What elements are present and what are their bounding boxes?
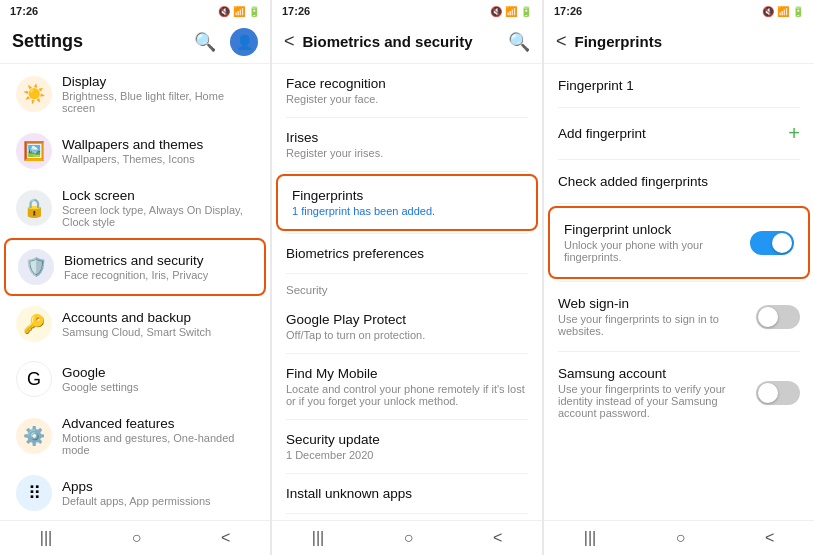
status-time-1: 17:26 bbox=[10, 5, 38, 17]
nav-back-2[interactable]: < bbox=[493, 529, 502, 547]
status-bar-1: 17:26 🔇 📶 🔋 bbox=[0, 0, 270, 20]
google-title: Google bbox=[62, 365, 254, 380]
nav-recent-1[interactable]: ||| bbox=[40, 529, 52, 547]
fp-item-websignin[interactable]: Web sign-in Use your fingerprints to sig… bbox=[544, 282, 814, 351]
fingerprint-unlock-toggle[interactable] bbox=[750, 231, 794, 255]
nav-home-2[interactable]: ○ bbox=[404, 529, 414, 547]
settings-item-wallpapers[interactable]: 🖼️ Wallpapers and themes Wallpapers, The… bbox=[4, 124, 266, 178]
status-icons-2: 🔇 📶 🔋 bbox=[490, 6, 532, 17]
bio-item-install-unknown[interactable]: Install unknown apps bbox=[272, 474, 542, 513]
status-bar-2: 17:26 🔇 📶 🔋 bbox=[272, 0, 542, 20]
nav-back-1[interactable]: < bbox=[221, 529, 230, 547]
settings-item-accounts[interactable]: 🔑 Accounts and backup Samsung Cloud, Sma… bbox=[4, 297, 266, 351]
nav-back-3[interactable]: < bbox=[765, 529, 774, 547]
nav-recent-2[interactable]: ||| bbox=[312, 529, 324, 547]
accounts-icon: 🔑 bbox=[16, 306, 52, 342]
settings-item-lockscreen[interactable]: 🔒 Lock screen Screen lock type, Always O… bbox=[4, 179, 266, 237]
google-subtitle: Google settings bbox=[62, 381, 254, 393]
apps-title: Apps bbox=[62, 479, 254, 494]
apps-subtitle: Default apps, App permissions bbox=[62, 495, 254, 507]
fingerprints-list: Fingerprint 1 Add fingerprint + Check ad… bbox=[544, 64, 814, 520]
divider-fp3 bbox=[558, 203, 800, 204]
advanced-title: Advanced features bbox=[62, 416, 254, 431]
status-time-2: 17:26 bbox=[282, 5, 310, 17]
biometrics-list: Face recognition Register your face. Iri… bbox=[272, 64, 542, 520]
bio-item-face[interactable]: Face recognition Register your face. bbox=[272, 64, 542, 117]
back-button-2[interactable]: < bbox=[284, 31, 295, 52]
samsung-account-toggle[interactable] bbox=[756, 381, 800, 405]
biometrics-icon: 🛡️ bbox=[18, 249, 54, 285]
toggle-knob-websignin bbox=[758, 307, 778, 327]
fingerprints-header-title: Fingerprints bbox=[575, 33, 802, 50]
settings-item-advanced[interactable]: ⚙️ Advanced features Motions and gesture… bbox=[4, 407, 266, 465]
settings-title: Settings bbox=[12, 31, 194, 52]
panel-settings: 17:26 🔇 📶 🔋 Settings 🔍 👤 ☀️ Display Brig… bbox=[0, 0, 270, 555]
nav-home-3[interactable]: ○ bbox=[676, 529, 686, 547]
display-icon: ☀️ bbox=[16, 76, 52, 112]
back-button-3[interactable]: < bbox=[556, 31, 567, 52]
wallpapers-title: Wallpapers and themes bbox=[62, 137, 254, 152]
biometrics-title: Biometrics and security bbox=[64, 253, 252, 268]
status-icons-3: 🔇 📶 🔋 bbox=[762, 6, 804, 17]
settings-item-google[interactable]: G Google Google settings bbox=[4, 352, 266, 406]
lockscreen-subtitle: Screen lock type, Always On Display, Clo… bbox=[62, 204, 254, 228]
biometrics-search-icon[interactable]: 🔍 bbox=[508, 31, 530, 53]
google-icon: G bbox=[16, 361, 52, 397]
fp-item-add[interactable]: Add fingerprint + bbox=[544, 108, 814, 159]
settings-header: Settings 🔍 👤 bbox=[0, 20, 270, 64]
section-label-security: Security bbox=[272, 274, 542, 300]
panel-biometrics: 17:26 🔇 📶 🔋 < Biometrics and security 🔍 … bbox=[272, 0, 542, 555]
fingerprints-header: < Fingerprints bbox=[544, 20, 814, 64]
lockscreen-title: Lock screen bbox=[62, 188, 254, 203]
settings-item-display[interactable]: ☀️ Display Brightness, Blue light filter… bbox=[4, 65, 266, 123]
toggle-knob-samsung bbox=[758, 383, 778, 403]
divider-2 bbox=[286, 171, 528, 172]
header-icons: 🔍 👤 bbox=[194, 28, 258, 56]
status-time-3: 17:26 bbox=[554, 5, 582, 17]
panel-fingerprints: 17:26 🔇 📶 🔋 < Fingerprints Fingerprint 1… bbox=[544, 0, 814, 555]
biometrics-subtitle: Face recognition, Iris, Privacy bbox=[64, 269, 252, 281]
user-avatar[interactable]: 👤 bbox=[230, 28, 258, 56]
nav-bar-1: ||| ○ < bbox=[0, 520, 270, 555]
status-bar-3: 17:26 🔇 📶 🔋 bbox=[544, 0, 814, 20]
nav-bar-2: ||| ○ < bbox=[272, 520, 542, 555]
add-fingerprint-icon[interactable]: + bbox=[788, 122, 800, 145]
display-subtitle: Brightness, Blue light filter, Home scre… bbox=[62, 90, 254, 114]
bio-item-security-update[interactable]: Security update 1 December 2020 bbox=[272, 420, 542, 473]
web-signin-toggle[interactable] bbox=[756, 305, 800, 329]
bio-item-irises[interactable]: Irises Register your irises. bbox=[272, 118, 542, 171]
bio-item-fingerprints[interactable]: Fingerprints 1 fingerprint has been adde… bbox=[276, 174, 538, 231]
accounts-title: Accounts and backup bbox=[62, 310, 254, 325]
nav-home-1[interactable]: ○ bbox=[132, 529, 142, 547]
fp-item-check[interactable]: Check added fingerprints bbox=[544, 160, 814, 203]
bio-item-gpp[interactable]: Google Play Protect Off/Tap to turn on p… bbox=[272, 300, 542, 353]
settings-item-biometrics[interactable]: 🛡️ Biometrics and security Face recognit… bbox=[4, 238, 266, 296]
display-title: Display bbox=[62, 74, 254, 89]
lockscreen-icon: 🔒 bbox=[16, 190, 52, 226]
toggle-knob-unlock bbox=[772, 233, 792, 253]
settings-item-apps[interactable]: ⠿ Apps Default apps, App permissions bbox=[4, 466, 266, 520]
wallpapers-subtitle: Wallpapers, Themes, Icons bbox=[62, 153, 254, 165]
biometrics-header-title: Biometrics and security bbox=[303, 33, 508, 50]
fp-item-unlock[interactable]: Fingerprint unlock Unlock your phone wit… bbox=[548, 206, 810, 279]
settings-list: ☀️ Display Brightness, Blue light filter… bbox=[0, 64, 270, 520]
fp-item-fp1[interactable]: Fingerprint 1 bbox=[544, 64, 814, 107]
nav-bar-3: ||| ○ < bbox=[544, 520, 814, 555]
wallpapers-icon: 🖼️ bbox=[16, 133, 52, 169]
advanced-icon: ⚙️ bbox=[16, 418, 52, 454]
fp-item-samsung[interactable]: Samsung account Use your fingerprints to… bbox=[544, 352, 814, 433]
search-icon[interactable]: 🔍 bbox=[194, 31, 216, 53]
apps-icon: ⠿ bbox=[16, 475, 52, 511]
bio-item-findmobile[interactable]: Find My Mobile Locate and control your p… bbox=[272, 354, 542, 419]
nav-recent-3[interactable]: ||| bbox=[584, 529, 596, 547]
biometrics-header: < Biometrics and security 🔍 bbox=[272, 20, 542, 64]
accounts-subtitle: Samsung Cloud, Smart Switch bbox=[62, 326, 254, 338]
advanced-subtitle: Motions and gestures, One-handed mode bbox=[62, 432, 254, 456]
status-icons-1: 🔇 📶 🔋 bbox=[218, 6, 260, 17]
bio-item-prefs[interactable]: Biometrics preferences bbox=[272, 234, 542, 273]
